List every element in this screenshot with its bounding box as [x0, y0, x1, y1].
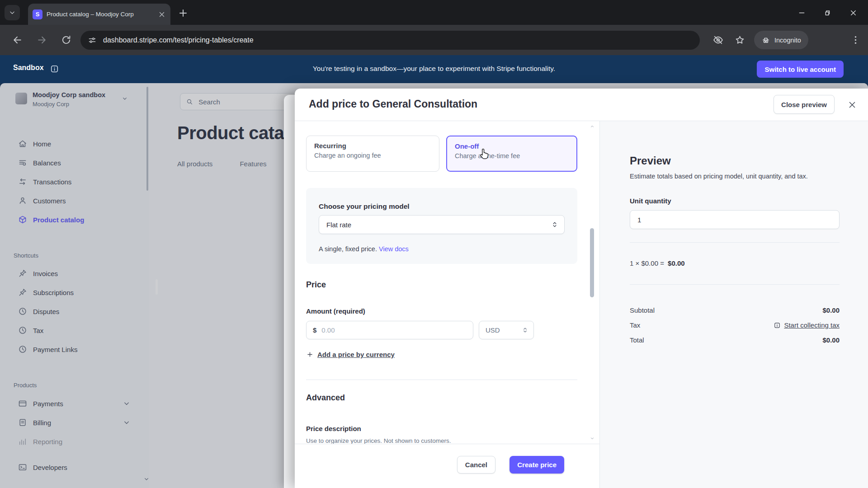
price-heading: Price	[306, 280, 326, 290]
dialog-header: Add price to General Consultation Close …	[295, 89, 868, 121]
helper-text: A single, fixed price.	[319, 245, 377, 253]
stripe-favicon: S	[33, 9, 42, 19]
dialog-footer: Cancel Create price	[295, 444, 599, 488]
site-info-icon[interactable]	[88, 36, 97, 45]
eye-off-icon[interactable]	[712, 34, 724, 46]
tab-close-icon[interactable]	[158, 10, 166, 19]
row-label: Total	[630, 336, 644, 344]
currency-symbol: $	[313, 326, 316, 334]
dialog-close-icon[interactable]	[847, 100, 857, 110]
close-icon	[849, 9, 858, 17]
switch-to-live-button[interactable]: Switch to live account	[757, 61, 844, 78]
incognito-label: Incognito	[774, 37, 801, 44]
divider	[630, 284, 840, 285]
option-desc: Charge an ongoing fee	[314, 152, 431, 159]
browser-tab[interactable]: S Product catalog – Moodjoy Corp	[28, 4, 170, 25]
browser-tabstrip: S Product catalog – Moodjoy Corp	[0, 0, 868, 25]
new-tab-button[interactable]	[177, 7, 189, 19]
address-bar[interactable]: dashboard.stripe.com/test/pricing-tables…	[80, 31, 700, 50]
add-currency-label: Add a price by currency	[317, 351, 395, 358]
divider	[630, 242, 840, 243]
window-minimize-button[interactable]	[795, 6, 808, 19]
unit-quantity-input[interactable]	[637, 216, 833, 224]
option-desc: Charge a one-time fee	[455, 152, 569, 160]
start-collecting-tax-link[interactable]: Start collecting tax	[774, 321, 840, 329]
add-price-dialog: Add price to General Consultation Close …	[295, 89, 868, 488]
create-price-button[interactable]: Create price	[509, 456, 564, 474]
restore-icon	[823, 9, 831, 17]
calc-line: 1 × $0.00 = $0.00	[630, 259, 685, 267]
unit-quantity-field[interactable]	[630, 210, 840, 229]
section-divider	[306, 380, 577, 380]
plus-icon	[306, 351, 314, 358]
amount-field[interactable]: $	[306, 321, 473, 339]
preview-panel: Preview Estimate totals based on pricing…	[599, 121, 868, 488]
chevron-down-icon	[8, 9, 16, 17]
scroll-up-icon[interactable]	[590, 124, 595, 129]
subtotal-row: Subtotal $0.00	[630, 303, 840, 318]
currency-code: USD	[486, 326, 500, 334]
scrollbar-thumb[interactable]	[590, 228, 594, 297]
preview-heading: Preview	[630, 155, 671, 167]
cancel-button[interactable]: Cancel	[457, 456, 495, 474]
pricing-model-select[interactable]: Flat rate	[319, 215, 565, 234]
option-title: Recurring	[314, 142, 431, 150]
browser-menu-button[interactable]	[850, 34, 861, 46]
sandbox-banner: Sandbox You're testing in a sandbox—your…	[0, 55, 868, 83]
mouse-cursor	[477, 147, 491, 161]
window-restore-button[interactable]	[820, 6, 834, 19]
row-label: Tax	[630, 321, 640, 329]
incognito-icon	[761, 36, 770, 45]
sandbox-message: You're testing in a sandbox—your place t…	[0, 65, 868, 73]
recurring-option-card[interactable]: Recurring Charge an ongoing fee	[306, 136, 439, 172]
view-docs-link[interactable]: View docs	[379, 245, 409, 253]
price-description-helper: Use to organize your prices. Not shown t…	[306, 437, 451, 444]
tab-title: Product catalog – Moodjoy Corp	[47, 11, 155, 18]
pricing-model-section: Choose your pricing model Flat rate A si…	[306, 188, 577, 264]
select-stepper-icon	[521, 326, 529, 334]
price-form: Recurring Charge an ongoing fee One-off …	[295, 121, 589, 444]
amount-label: Amount (required)	[306, 307, 365, 315]
tax-row: Tax Start collecting tax	[630, 318, 840, 333]
price-description-label: Price description	[306, 425, 361, 432]
bookmark-star-icon[interactable]	[734, 34, 745, 46]
add-price-by-currency-link[interactable]: Add a price by currency	[306, 351, 395, 358]
one-off-option-card-selected[interactable]: One-off Charge a one-time fee	[446, 136, 577, 172]
pricing-model-value: Flat rate	[326, 221, 351, 229]
forward-button[interactable]	[36, 34, 47, 46]
row-label: Subtotal	[630, 306, 655, 314]
total-row: Total $0.00	[630, 333, 840, 347]
dialog-title: Add price to General Consultation	[309, 98, 477, 110]
form-scrollbar[interactable]	[589, 121, 595, 444]
info-icon	[774, 322, 781, 329]
reload-button[interactable]	[61, 34, 72, 46]
amount-input[interactable]	[321, 326, 467, 334]
row-value: $0.00	[822, 306, 840, 314]
url-text: dashboard.stripe.com/test/pricing-tables…	[103, 36, 254, 44]
calc-total: $0.00	[668, 259, 685, 267]
currency-select[interactable]: USD	[479, 321, 534, 339]
back-button[interactable]	[12, 34, 23, 46]
window-close-button[interactable]	[846, 6, 860, 19]
browser-toolbar: dashboard.stripe.com/test/pricing-tables…	[0, 25, 868, 55]
option-title: One-off	[455, 142, 569, 150]
scroll-down-icon[interactable]	[590, 436, 595, 441]
close-preview-button[interactable]: Close preview	[774, 95, 835, 114]
select-stepper-icon	[551, 221, 559, 229]
incognito-badge: Incognito	[754, 31, 808, 49]
minimize-icon	[797, 9, 806, 17]
advanced-heading: Advanced	[306, 393, 345, 403]
pricing-model-label: Choose your pricing model	[319, 202, 410, 211]
pricing-model-helper: A single, fixed price. View docs	[319, 245, 409, 253]
unit-quantity-label: Unit quantity	[630, 197, 671, 205]
calc-expression: 1 × $0.00 =	[630, 259, 664, 267]
tax-link-label: Start collecting tax	[784, 321, 840, 329]
tab-list-button[interactable]	[5, 5, 20, 20]
row-value: $0.00	[822, 336, 840, 344]
preview-subheading: Estimate totals based on pricing model, …	[630, 173, 808, 180]
